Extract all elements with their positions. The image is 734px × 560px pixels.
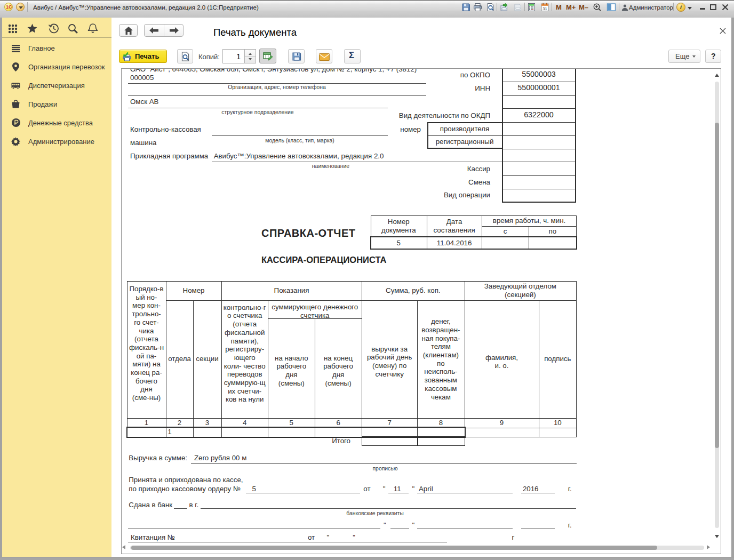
svg-text:31: 31 (542, 6, 547, 11)
